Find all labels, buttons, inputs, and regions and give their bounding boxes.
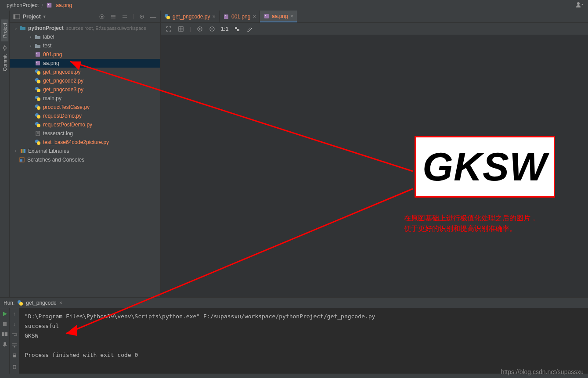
svg-point-49 xyxy=(225,15,226,16)
project-tree[interactable]: ⌄ pythonProject sources root, E:\supassx… xyxy=(10,23,160,297)
tree-external-libs[interactable]: › External Libraries xyxy=(10,147,160,155)
zoom-in-icon[interactable] xyxy=(196,25,203,32)
svg-rect-61 xyxy=(237,29,239,31)
project-panel-title[interactable]: Project ▼ xyxy=(23,14,96,20)
svg-point-63 xyxy=(19,302,23,306)
svg-point-27 xyxy=(37,89,40,92)
print-icon[interactable] xyxy=(11,353,18,359)
tree-label: test_base64code2picture.py xyxy=(43,139,109,145)
tree-item[interactable]: tesseract.log xyxy=(10,129,160,138)
run-panel-header: Run: get_pngcode × xyxy=(0,298,588,308)
color-picker-icon[interactable] xyxy=(246,25,253,32)
tree-label: main.py xyxy=(43,95,61,101)
svg-point-4 xyxy=(4,47,6,49)
tree-item[interactable]: main.py xyxy=(10,94,160,103)
tree-label: requestPostDemo.py xyxy=(43,122,92,128)
tree-label: External Libraries xyxy=(28,148,69,154)
layout-icon[interactable] xyxy=(2,331,8,337)
svg-point-47 xyxy=(166,16,170,19)
delete-icon[interactable] xyxy=(11,364,18,370)
breadcrumb: pythonProject 〉 aa.png xyxy=(0,0,588,11)
tree-root[interactable]: ⌄ pythonProject sources root, E:\supassx… xyxy=(10,24,160,32)
close-icon[interactable]: × xyxy=(59,300,62,306)
folder-icon xyxy=(34,42,41,49)
zoom-ratio-label[interactable]: 1:1 xyxy=(221,26,228,32)
breadcrumb-separator: 〉 xyxy=(41,2,46,9)
svg-rect-41 xyxy=(21,149,22,153)
project-panel: Project ▼ | — ⌄ pythonProject sources ro… xyxy=(10,11,161,297)
editor-tab[interactable]: 001.png× xyxy=(220,11,260,22)
run-controls-right: ↑ ↓ xyxy=(10,308,19,374)
tree-label: Scratches and Consoles xyxy=(27,157,84,163)
project-tool-tab[interactable]: Project xyxy=(1,19,8,41)
tree-label: aa.png xyxy=(43,60,59,66)
tab-label: get_pngcode.py xyxy=(173,14,210,20)
select-opened-file-icon[interactable] xyxy=(98,13,105,20)
close-icon[interactable]: × xyxy=(290,13,294,19)
breadcrumb-project[interactable]: pythonProject xyxy=(4,2,41,8)
zoom-out-icon[interactable] xyxy=(209,25,216,32)
settings-icon[interactable] xyxy=(138,13,145,20)
tree-label: 001.png xyxy=(43,51,62,58)
tree-item[interactable]: get_pngcode2.py xyxy=(10,76,160,85)
python-icon xyxy=(17,300,23,306)
tree-item[interactable]: get_pngcode3.py xyxy=(10,85,160,94)
tree-scratches[interactable]: Scratches and Consoles xyxy=(10,155,160,164)
tree-label: tesseract.log xyxy=(43,130,73,137)
svg-marker-3 xyxy=(581,4,583,5)
svg-point-19 xyxy=(36,53,37,54)
tree-item[interactable]: requestDemo.py xyxy=(10,112,160,120)
commit-icon xyxy=(2,45,8,51)
run-config-name[interactable]: get_pngcode xyxy=(26,300,56,306)
commit-tool-tab[interactable]: Commit xyxy=(1,51,8,75)
hide-icon[interactable]: — xyxy=(150,13,157,20)
tree-item[interactable]: productTestCase.py xyxy=(10,103,160,112)
expand-arrow-icon[interactable]: › xyxy=(28,43,33,48)
expand-arrow-icon[interactable]: ⌄ xyxy=(13,25,18,31)
tree-item[interactable]: test_base64code2picture.py xyxy=(10,138,160,147)
close-icon[interactable]: × xyxy=(253,13,256,20)
python-icon xyxy=(34,112,41,119)
tree-item[interactable]: ›label xyxy=(10,32,160,41)
expand-arrow-icon[interactable]: › xyxy=(28,34,33,40)
tree-item[interactable]: aa.png xyxy=(10,59,160,68)
tree-item[interactable]: get_pngcode.py xyxy=(10,68,160,76)
python-icon xyxy=(34,86,41,93)
collapse-all-icon[interactable] xyxy=(121,13,128,20)
tab-label: aa.png xyxy=(272,13,288,19)
python-icon xyxy=(164,14,170,20)
up-icon[interactable]: ↑ xyxy=(13,311,16,317)
svg-rect-67 xyxy=(5,332,7,336)
editor-tab[interactable]: get_pngcode.py× xyxy=(161,11,220,22)
tree-label: requestDemo.py xyxy=(43,113,82,119)
expand-all-icon[interactable] xyxy=(110,13,117,20)
project-panel-header: Project ▼ | — xyxy=(10,11,160,23)
soft-wrap-icon[interactable] xyxy=(11,332,18,338)
stop-icon[interactable] xyxy=(2,321,7,327)
svg-point-17 xyxy=(141,16,143,17)
python-icon xyxy=(34,95,41,102)
svg-rect-50 xyxy=(264,14,269,18)
checkered-bg-icon[interactable] xyxy=(234,25,241,32)
breadcrumb-file[interactable]: aa.png xyxy=(54,2,74,8)
scratches-icon xyxy=(18,156,25,163)
close-icon[interactable]: × xyxy=(212,13,216,20)
fit-content-icon[interactable] xyxy=(165,25,172,32)
libraries-icon xyxy=(19,148,26,155)
tree-item[interactable]: 001.png xyxy=(10,50,160,59)
rerun-icon[interactable] xyxy=(2,311,8,317)
python-icon xyxy=(34,68,41,76)
tree-label: get_pngcode3.py xyxy=(43,86,83,93)
down-icon[interactable]: ↓ xyxy=(13,321,16,328)
grid-icon[interactable] xyxy=(177,25,184,32)
svg-point-1 xyxy=(48,4,49,5)
scroll-to-end-icon[interactable] xyxy=(11,342,18,349)
tree-item[interactable]: ›test xyxy=(10,41,160,50)
expand-arrow-icon[interactable]: › xyxy=(13,148,18,154)
pin-icon[interactable] xyxy=(2,342,8,348)
tree-item[interactable]: requestPostDemo.py xyxy=(10,120,160,129)
console-output[interactable]: "D:\Program Files\Python39\venv\Scripts\… xyxy=(19,308,588,374)
svg-rect-20 xyxy=(36,61,40,65)
editor-tab[interactable]: aa.png× xyxy=(260,11,297,22)
user-menu-icon[interactable] xyxy=(576,2,584,8)
